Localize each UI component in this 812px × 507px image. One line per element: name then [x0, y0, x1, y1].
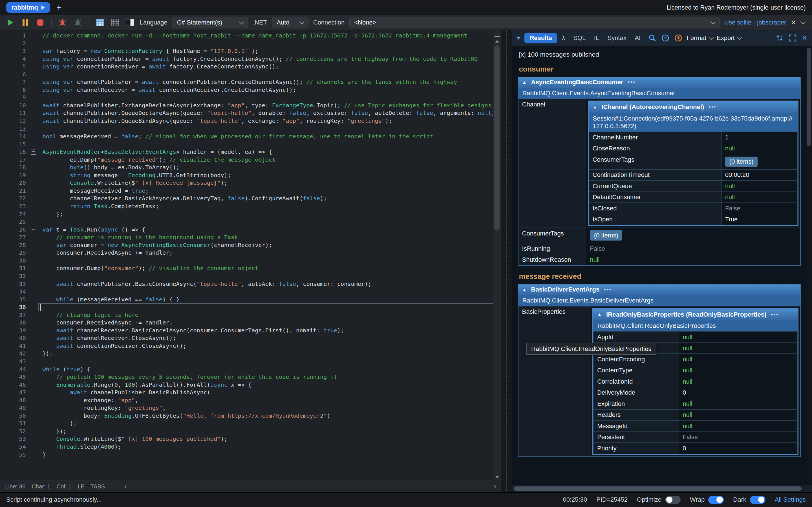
- code-line[interactable]: 16AsyncEventHandler<BasicDeliverEventArg…: [0, 148, 501, 156]
- tab-syntax[interactable]: Syntax: [604, 33, 630, 43]
- editor-scrollbar-thumb[interactable]: [494, 45, 500, 231]
- code-line[interactable]: 26var t = Task.Run(async () => {: [0, 226, 501, 234]
- fold-marker[interactable]: [29, 365, 38, 374]
- table-menu-ellipsis-icon[interactable]: •••: [628, 79, 636, 86]
- code-line[interactable]: 29 consumer.ReceivedAsync += handler;: [0, 249, 501, 257]
- code-line[interactable]: 22 channelReceiver.BasicAckAsync(ea.Deli…: [0, 194, 501, 203]
- code-line[interactable]: 50 body: Encoding.UTF8.GetBytes("Hello, …: [0, 412, 501, 420]
- tab-ai[interactable]: AI: [631, 33, 644, 43]
- query-tab-rabbitmq[interactable]: rabbitmq: [6, 2, 50, 13]
- code-line[interactable]: 35 while (messageReceived == false) { }: [0, 296, 501, 304]
- code-line[interactable]: 17 ea.Dump("message received"); // visua…: [0, 156, 501, 164]
- code-line[interactable]: 31 consumer.Dump("consumer"); // visuali…: [0, 265, 501, 272]
- table-header[interactable]: ▲BasicDeliverEventArgs•••: [518, 284, 801, 295]
- table-header[interactable]: ▲AsyncEventingBasicConsumer•••: [518, 77, 801, 88]
- code-line[interactable]: 1// docker command: docker run -d --host…: [0, 32, 501, 40]
- code-line[interactable]: 40 await channelReceiver.CloseAsync();: [0, 334, 501, 342]
- tab-results[interactable]: Results: [524, 33, 557, 43]
- code-line[interactable]: 33 await channelPublisher.BasicConsumeAs…: [0, 280, 501, 288]
- format-menu[interactable]: Format: [687, 34, 713, 42]
- connection-dropdown[interactable]: <None>: [349, 17, 720, 29]
- collapse-region-icon[interactable]: [31, 227, 36, 232]
- code-line[interactable]: 9: [0, 94, 501, 102]
- results-hscroll-thumb[interactable]: [514, 487, 802, 491]
- collapse-region-icon[interactable]: [31, 150, 36, 155]
- code-line[interactable]: 15: [0, 140, 501, 149]
- pane-splitter[interactable]: [501, 31, 512, 492]
- tab-sql[interactable]: SQL: [569, 33, 589, 43]
- collapse-triangle-icon[interactable]: ▲: [522, 80, 526, 85]
- code-line[interactable]: 18 byte[] body = ea.Body.ToArray();: [0, 164, 501, 172]
- code-line[interactable]: 42});: [0, 350, 501, 358]
- export-menu[interactable]: Export: [717, 34, 742, 42]
- fold-marker[interactable]: [29, 226, 38, 234]
- code-line[interactable]: 28 var consumer = new AsyncEventingBasic…: [0, 241, 501, 249]
- scroll-down-arrow-icon[interactable]: [495, 476, 499, 478]
- code-line[interactable]: 34: [0, 288, 501, 296]
- collapse-triangle-icon[interactable]: ▲: [522, 287, 526, 292]
- wrap-toggle[interactable]: [708, 496, 724, 504]
- run-button[interactable]: [5, 17, 15, 28]
- code-line[interactable]: 19 string message = Encoding.UTF8.GetStr…: [0, 172, 501, 179]
- tab-λ[interactable]: λ: [558, 33, 569, 43]
- shrink-results-button[interactable]: [661, 34, 670, 43]
- code-line[interactable]: 27 // consumer is running in the backgro…: [0, 233, 501, 241]
- table-header[interactable]: ▲IReadOnlyBasicProperties (ReadOnlyBasic…: [593, 309, 798, 320]
- use-sqlite-link[interactable]: Use sqlite - jobscraper: [724, 19, 786, 26]
- debug-button[interactable]: [57, 17, 68, 28]
- new-tab-button[interactable]: +: [56, 3, 61, 11]
- code-line[interactable]: 52 });: [0, 428, 501, 436]
- code-line[interactable]: 54 Thread.Sleep(4000);: [0, 443, 501, 451]
- results-menu-caret-icon[interactable]: [516, 37, 521, 40]
- code-line[interactable]: 2: [0, 40, 501, 48]
- editor-vertical-scrollbar[interactable]: [493, 31, 501, 481]
- maximize-results-button[interactable]: [788, 34, 798, 43]
- tab-il[interactable]: IL: [591, 33, 603, 43]
- code-line[interactable]: 7using var channelPublisher = await conn…: [0, 78, 501, 86]
- code-line[interactable]: 3var factory = new ConnectionFactory { H…: [0, 47, 501, 55]
- table-menu-ellipsis-icon[interactable]: •••: [709, 103, 717, 111]
- hscroll-left-arrow-icon[interactable]: ‹: [124, 483, 127, 490]
- code-line[interactable]: 12await channelPublisher.QueueBindAsync(…: [0, 117, 501, 125]
- grow-results-button[interactable]: [673, 34, 683, 43]
- code-line[interactable]: 4using var connectionPublisher = await f…: [0, 55, 501, 63]
- code-lines[interactable]: 1// docker command: docker run -d --host…: [0, 31, 501, 481]
- search-results-button[interactable]: [648, 34, 657, 43]
- hscroll-right-arrow-icon[interactable]: ›: [494, 483, 496, 490]
- code-line[interactable]: 30: [0, 257, 501, 265]
- code-line[interactable]: 38 consumer.ReceivedAsync -= handler;: [0, 319, 501, 327]
- code-line[interactable]: 21 messageReceived = true;: [0, 187, 501, 195]
- code-line[interactable]: 45 // publish 100 messages every 5 secon…: [0, 373, 501, 381]
- code-line[interactable]: 55}: [0, 451, 501, 459]
- all-settings-link[interactable]: All Settings: [775, 496, 806, 503]
- code-line[interactable]: 10await channelPublisher.ExchangeDeclare…: [0, 102, 501, 110]
- code-line[interactable]: 37 // cleanup logic is here: [0, 311, 501, 319]
- table-menu-ellipsis-icon[interactable]: •••: [771, 311, 779, 319]
- code-line[interactable]: 20 Console.WriteLine($" [x] Received {me…: [0, 179, 501, 187]
- code-line[interactable]: 41 await connectionReceiver.CloseAsync()…: [0, 342, 501, 350]
- code-editor[interactable]: 1// docker command: docker run -d --host…: [0, 31, 501, 492]
- code-line[interactable]: 46 Enumerable.Range(0, 100).AsParallel()…: [0, 381, 501, 389]
- dotnet-dropdown[interactable]: Auto: [272, 17, 309, 29]
- rich-grid-toggle-button[interactable]: [95, 17, 105, 28]
- code-line[interactable]: 5using var connectionReceiver = await fa…: [0, 63, 501, 71]
- code-line[interactable]: 24 };: [0, 210, 501, 218]
- code-line[interactable]: 8using var channelReceiver = await conne…: [0, 86, 501, 94]
- results-vertical-scrollbar[interactable]: [806, 46, 812, 485]
- code-line[interactable]: 43: [0, 358, 501, 365]
- table-header[interactable]: ▲IChannel (AutorecoveringChannel)•••: [589, 101, 798, 113]
- code-line[interactable]: 13: [0, 125, 501, 133]
- collapse-triangle-icon[interactable]: ▲: [593, 105, 597, 110]
- toolbar-chevron-down-icon[interactable]: [801, 19, 806, 24]
- language-dropdown[interactable]: C# Statement(s): [172, 17, 248, 29]
- stop-button[interactable]: [35, 17, 46, 28]
- debug-disabled-button[interactable]: [72, 17, 83, 28]
- code-line[interactable]: 51 );: [0, 420, 501, 428]
- code-line[interactable]: 14bool messageReceived = false; // signa…: [0, 133, 501, 140]
- pause-button[interactable]: [20, 17, 31, 28]
- code-line[interactable]: 25: [0, 218, 501, 226]
- sort-results-button[interactable]: [775, 34, 784, 43]
- code-line[interactable]: 53 Console.WriteLine($" [x] 100 messages…: [0, 435, 501, 443]
- scroll-up-arrow-icon[interactable]: [495, 40, 499, 43]
- code-line[interactable]: 11await channelPublisher.QueueDeclareAsy…: [0, 109, 501, 117]
